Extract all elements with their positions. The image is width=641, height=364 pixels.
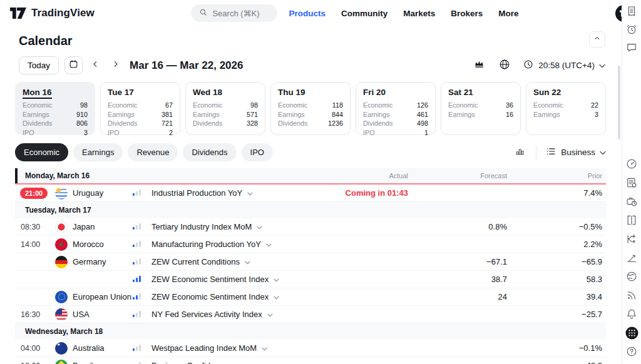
event-name-dropdown[interactable]: ZEW Economic Sentiment Index	[151, 292, 324, 301]
day-card-stat-dividends: Dividends721	[108, 119, 173, 128]
event-name-dropdown[interactable]: ZEW Current Conditions	[151, 257, 324, 266]
section-header: Wednesday, March 18	[15, 323, 606, 340]
prev-week-button[interactable]	[88, 58, 103, 73]
nav-item-community[interactable]: Community	[341, 9, 387, 18]
today-button[interactable]: Today	[19, 56, 59, 74]
event-name-dropdown[interactable]: Tertiary Industry Index MoM	[151, 222, 324, 231]
chevron-down-icon	[262, 343, 267, 353]
brazil-flag-icon	[55, 360, 68, 364]
table-row[interactable]: 14:00MoroccoManufacturing Production YoY…	[15, 236, 606, 253]
section-title: Monday, March 16	[15, 171, 324, 180]
table-row[interactable]: 21:00UruguayIndustrial Production YoYCom…	[15, 185, 606, 202]
chart-patterns-icon[interactable]	[625, 251, 638, 265]
filter-chip-revenue[interactable]: Revenue	[128, 143, 178, 161]
event-country: Australia	[55, 342, 133, 355]
collapse-button[interactable]	[589, 31, 605, 48]
world-markets-icon[interactable]	[625, 270, 638, 283]
news-icon[interactable]	[625, 176, 638, 190]
day-card-fri-20[interactable]: Fri 20Economic126Earnings461Dividends498…	[356, 82, 436, 135]
event-name-dropdown[interactable]: NY Fed Services Activity Index	[151, 310, 324, 319]
event-name-dropdown[interactable]: Business Confidence	[151, 361, 324, 364]
live-streams-icon[interactable]	[625, 288, 638, 302]
data-window-icon[interactable]	[625, 213, 638, 227]
country-filter-button[interactable]	[497, 58, 512, 73]
screener-gauge-icon[interactable]	[625, 157, 638, 171]
chevron-down-icon	[247, 188, 253, 198]
day-card-title: Tue 17	[108, 88, 173, 97]
prior-value: 2.2%	[511, 240, 606, 249]
prior-value: 48.2	[511, 361, 606, 364]
filter-chips: EconomicEarningsRevenueDividendsIPO	[15, 143, 278, 161]
event-name-dropdown[interactable]: Westpac Leading Index MoM	[151, 343, 324, 353]
chevron-down-icon	[274, 275, 279, 284]
help-icon[interactable]	[625, 345, 638, 358]
section-title: Wednesday, March 18	[15, 327, 324, 336]
nav-item-brokers[interactable]: Brokers	[451, 9, 483, 18]
event-name-dropdown[interactable]: ZEW Economic Sentiment Index	[151, 275, 324, 284]
day-card-stat-economic: Economic67	[108, 101, 173, 110]
tradingview-logo[interactable]: TradingView	[10, 7, 95, 19]
event-name-dropdown[interactable]: Industrial Production YoY	[151, 188, 324, 198]
bar-chart-icon	[514, 145, 526, 159]
view-mode-dropdown[interactable]: Business	[545, 146, 606, 159]
notifications-icon[interactable]	[625, 307, 638, 321]
cross-rates-icon[interactable]	[625, 232, 638, 246]
chevron-down-icon	[233, 361, 238, 364]
day-card-tue-17[interactable]: Tue 17Economic67Earnings381Dividends721I…	[100, 82, 180, 135]
nav-item-markets[interactable]: Markets	[403, 9, 435, 18]
day-card-mon-16[interactable]: Mon 16Economic98Earnings910Dividends806I…	[15, 82, 95, 135]
search-placeholder: Search (⌘K)	[212, 9, 259, 18]
earnings-calendar-icon[interactable]	[625, 195, 638, 208]
event-importance	[133, 188, 151, 198]
filter-chip-earnings[interactable]: Earnings	[73, 143, 123, 161]
table-row[interactable]: 04:00AustraliaWestpac Leading Index MoM−…	[15, 340, 606, 357]
event-name-dropdown[interactable]: Manufacturing Production YoY	[151, 240, 324, 249]
apps-grid-icon[interactable]	[625, 326, 638, 340]
table-row[interactable]: ZEW Economic Sentiment Index38.758.3	[15, 271, 606, 288]
chevron-down-icon	[257, 222, 262, 231]
table-row[interactable]: 18:00BrazilBusiness Confidence48.2	[15, 357, 606, 364]
table-row[interactable]: 08:30JapanTertiary Industry Index MoM0.8…	[15, 218, 606, 236]
day-card-stat-earnings: Earnings461	[363, 110, 428, 119]
next-week-button[interactable]	[108, 58, 123, 73]
day-card-title: Wed 18	[193, 88, 258, 97]
date-picker-button[interactable]	[64, 56, 83, 74]
event-importance	[133, 310, 151, 319]
table-row[interactable]: 16:30USANY Fed Services Activity Index−2…	[15, 306, 606, 323]
day-card-wed-18[interactable]: Wed 18Economic98Earnings571Dividends328	[185, 82, 265, 135]
filter-chip-economic[interactable]: Economic	[15, 143, 68, 161]
day-card-thu-19[interactable]: Thu 19Economic118Earnings844Dividends123…	[270, 82, 351, 135]
search-input[interactable]: Search (⌘K)	[191, 4, 277, 22]
importance-bars-icon	[133, 258, 141, 265]
event-time: 16:30	[15, 310, 55, 319]
globe-icon	[498, 58, 511, 73]
day-card-sat-21[interactable]: Sat 21Economic36Earnings16	[441, 82, 521, 135]
nav-item-products[interactable]: Products	[289, 9, 326, 18]
event-country: Morocco	[55, 238, 133, 251]
importance-bars-icon	[133, 345, 141, 351]
right-sidebar	[622, 0, 641, 364]
chart-view-button[interactable]	[512, 145, 527, 160]
importance-bars-icon	[133, 293, 141, 300]
table-row[interactable]: GermanyZEW Current Conditions−67.1−65.9	[15, 253, 606, 271]
timezone-selector[interactable]: 20:58 (UTC+4)	[523, 59, 605, 72]
chat-icon[interactable]	[625, 41, 638, 54]
importance-filter-button[interactable]	[471, 58, 486, 73]
alarm-clock-icon[interactable]	[625, 23, 638, 36]
day-card-stat-economic: Economic22	[533, 101, 598, 110]
filter-chip-ipo[interactable]: IPO	[242, 143, 273, 161]
watchlist-icon[interactable]	[625, 4, 638, 18]
timezone-label: 20:58 (UTC+4)	[538, 61, 595, 70]
nav-item-more[interactable]: More	[498, 9, 518, 18]
scrollbar-thumb[interactable]	[618, 66, 620, 139]
filter-chip-dividends[interactable]: Dividends	[183, 143, 236, 161]
day-card-stat-earnings: Earnings381	[108, 110, 173, 119]
table-row[interactable]: European UnionZEW Economic Sentiment Ind…	[15, 288, 606, 306]
day-card-stat-dividends: Dividends328	[193, 119, 258, 128]
day-card-sun-22[interactable]: Sun 22Economic22Earnings3	[526, 82, 606, 135]
day-card-stat-economic: Economic98	[193, 101, 258, 110]
logo-text: TradingView	[31, 7, 95, 19]
day-card-stat-dividends: Dividends1236	[278, 119, 343, 128]
tradingview-calendar-page: TradingView Search (⌘K) ProductsCommunit…	[0, 0, 641, 364]
view-mode-label: Business	[561, 148, 595, 157]
